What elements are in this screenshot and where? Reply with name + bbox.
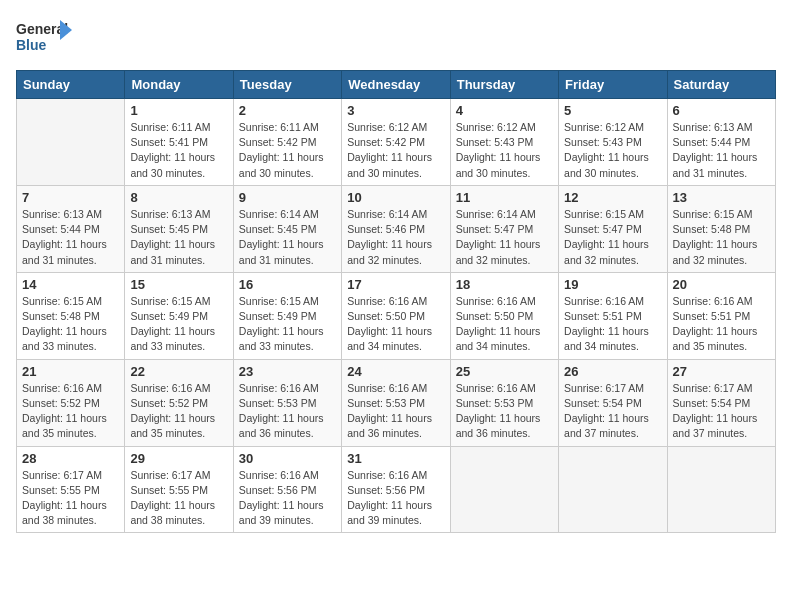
day-detail: Sunrise: 6:17 AM Sunset: 5:55 PM Dayligh…: [130, 468, 227, 529]
day-cell: 30Sunrise: 6:16 AM Sunset: 5:56 PM Dayli…: [233, 446, 341, 533]
day-number: 5: [564, 103, 661, 118]
day-cell: 26Sunrise: 6:17 AM Sunset: 5:54 PM Dayli…: [559, 359, 667, 446]
day-cell: 24Sunrise: 6:16 AM Sunset: 5:53 PM Dayli…: [342, 359, 450, 446]
day-cell: 31Sunrise: 6:16 AM Sunset: 5:56 PM Dayli…: [342, 446, 450, 533]
day-number: 22: [130, 364, 227, 379]
day-cell: 1Sunrise: 6:11 AM Sunset: 5:41 PM Daylig…: [125, 99, 233, 186]
day-detail: Sunrise: 6:17 AM Sunset: 5:54 PM Dayligh…: [564, 381, 661, 442]
day-number: 18: [456, 277, 553, 292]
day-number: 14: [22, 277, 119, 292]
day-cell: 3Sunrise: 6:12 AM Sunset: 5:42 PM Daylig…: [342, 99, 450, 186]
day-cell: 9Sunrise: 6:14 AM Sunset: 5:45 PM Daylig…: [233, 185, 341, 272]
day-number: 15: [130, 277, 227, 292]
day-detail: Sunrise: 6:16 AM Sunset: 5:50 PM Dayligh…: [347, 294, 444, 355]
day-number: 16: [239, 277, 336, 292]
day-cell: 4Sunrise: 6:12 AM Sunset: 5:43 PM Daylig…: [450, 99, 558, 186]
day-cell: [559, 446, 667, 533]
day-cell: 8Sunrise: 6:13 AM Sunset: 5:45 PM Daylig…: [125, 185, 233, 272]
day-number: 20: [673, 277, 770, 292]
day-detail: Sunrise: 6:16 AM Sunset: 5:53 PM Dayligh…: [456, 381, 553, 442]
day-number: 9: [239, 190, 336, 205]
col-header-monday: Monday: [125, 71, 233, 99]
day-number: 26: [564, 364, 661, 379]
day-number: 21: [22, 364, 119, 379]
day-cell: 11Sunrise: 6:14 AM Sunset: 5:47 PM Dayli…: [450, 185, 558, 272]
logo-svg: GeneralBlue: [16, 16, 76, 58]
day-number: 4: [456, 103, 553, 118]
day-detail: Sunrise: 6:15 AM Sunset: 5:49 PM Dayligh…: [239, 294, 336, 355]
col-header-sunday: Sunday: [17, 71, 125, 99]
day-number: 31: [347, 451, 444, 466]
day-detail: Sunrise: 6:17 AM Sunset: 5:55 PM Dayligh…: [22, 468, 119, 529]
day-detail: Sunrise: 6:15 AM Sunset: 5:47 PM Dayligh…: [564, 207, 661, 268]
day-detail: Sunrise: 6:15 AM Sunset: 5:48 PM Dayligh…: [673, 207, 770, 268]
day-detail: Sunrise: 6:14 AM Sunset: 5:46 PM Dayligh…: [347, 207, 444, 268]
day-cell: 16Sunrise: 6:15 AM Sunset: 5:49 PM Dayli…: [233, 272, 341, 359]
day-detail: Sunrise: 6:16 AM Sunset: 5:56 PM Dayligh…: [239, 468, 336, 529]
svg-text:Blue: Blue: [16, 37, 47, 53]
day-number: 1: [130, 103, 227, 118]
day-detail: Sunrise: 6:13 AM Sunset: 5:44 PM Dayligh…: [673, 120, 770, 181]
day-detail: Sunrise: 6:11 AM Sunset: 5:42 PM Dayligh…: [239, 120, 336, 181]
day-cell: 5Sunrise: 6:12 AM Sunset: 5:43 PM Daylig…: [559, 99, 667, 186]
col-header-tuesday: Tuesday: [233, 71, 341, 99]
day-number: 28: [22, 451, 119, 466]
day-detail: Sunrise: 6:12 AM Sunset: 5:43 PM Dayligh…: [564, 120, 661, 181]
day-cell: 19Sunrise: 6:16 AM Sunset: 5:51 PM Dayli…: [559, 272, 667, 359]
day-number: 27: [673, 364, 770, 379]
day-cell: 14Sunrise: 6:15 AM Sunset: 5:48 PM Dayli…: [17, 272, 125, 359]
day-cell: 28Sunrise: 6:17 AM Sunset: 5:55 PM Dayli…: [17, 446, 125, 533]
day-detail: Sunrise: 6:15 AM Sunset: 5:49 PM Dayligh…: [130, 294, 227, 355]
logo: GeneralBlue: [16, 16, 76, 58]
day-detail: Sunrise: 6:17 AM Sunset: 5:54 PM Dayligh…: [673, 381, 770, 442]
day-cell: 15Sunrise: 6:15 AM Sunset: 5:49 PM Dayli…: [125, 272, 233, 359]
col-header-saturday: Saturday: [667, 71, 775, 99]
day-detail: Sunrise: 6:11 AM Sunset: 5:41 PM Dayligh…: [130, 120, 227, 181]
day-cell: 10Sunrise: 6:14 AM Sunset: 5:46 PM Dayli…: [342, 185, 450, 272]
day-detail: Sunrise: 6:12 AM Sunset: 5:43 PM Dayligh…: [456, 120, 553, 181]
col-header-wednesday: Wednesday: [342, 71, 450, 99]
day-number: 19: [564, 277, 661, 292]
day-cell: 2Sunrise: 6:11 AM Sunset: 5:42 PM Daylig…: [233, 99, 341, 186]
page-header: GeneralBlue: [16, 16, 776, 58]
day-number: 6: [673, 103, 770, 118]
week-row-5: 28Sunrise: 6:17 AM Sunset: 5:55 PM Dayli…: [17, 446, 776, 533]
day-number: 25: [456, 364, 553, 379]
day-number: 24: [347, 364, 444, 379]
day-number: 29: [130, 451, 227, 466]
day-cell: 12Sunrise: 6:15 AM Sunset: 5:47 PM Dayli…: [559, 185, 667, 272]
day-cell: 20Sunrise: 6:16 AM Sunset: 5:51 PM Dayli…: [667, 272, 775, 359]
day-cell: 23Sunrise: 6:16 AM Sunset: 5:53 PM Dayli…: [233, 359, 341, 446]
day-detail: Sunrise: 6:12 AM Sunset: 5:42 PM Dayligh…: [347, 120, 444, 181]
day-cell: 25Sunrise: 6:16 AM Sunset: 5:53 PM Dayli…: [450, 359, 558, 446]
day-number: 2: [239, 103, 336, 118]
col-header-thursday: Thursday: [450, 71, 558, 99]
day-cell: 22Sunrise: 6:16 AM Sunset: 5:52 PM Dayli…: [125, 359, 233, 446]
column-headers: SundayMondayTuesdayWednesdayThursdayFrid…: [17, 71, 776, 99]
col-header-friday: Friday: [559, 71, 667, 99]
day-cell: 17Sunrise: 6:16 AM Sunset: 5:50 PM Dayli…: [342, 272, 450, 359]
day-detail: Sunrise: 6:15 AM Sunset: 5:48 PM Dayligh…: [22, 294, 119, 355]
week-row-4: 21Sunrise: 6:16 AM Sunset: 5:52 PM Dayli…: [17, 359, 776, 446]
day-cell: 13Sunrise: 6:15 AM Sunset: 5:48 PM Dayli…: [667, 185, 775, 272]
day-cell: 27Sunrise: 6:17 AM Sunset: 5:54 PM Dayli…: [667, 359, 775, 446]
day-cell: [450, 446, 558, 533]
day-number: 30: [239, 451, 336, 466]
day-cell: 7Sunrise: 6:13 AM Sunset: 5:44 PM Daylig…: [17, 185, 125, 272]
day-number: 7: [22, 190, 119, 205]
day-number: 11: [456, 190, 553, 205]
day-detail: Sunrise: 6:13 AM Sunset: 5:44 PM Dayligh…: [22, 207, 119, 268]
week-row-3: 14Sunrise: 6:15 AM Sunset: 5:48 PM Dayli…: [17, 272, 776, 359]
day-number: 3: [347, 103, 444, 118]
day-cell: 29Sunrise: 6:17 AM Sunset: 5:55 PM Dayli…: [125, 446, 233, 533]
day-number: 8: [130, 190, 227, 205]
calendar-table: SundayMondayTuesdayWednesdayThursdayFrid…: [16, 70, 776, 533]
day-detail: Sunrise: 6:16 AM Sunset: 5:51 PM Dayligh…: [673, 294, 770, 355]
day-detail: Sunrise: 6:13 AM Sunset: 5:45 PM Dayligh…: [130, 207, 227, 268]
day-detail: Sunrise: 6:16 AM Sunset: 5:52 PM Dayligh…: [130, 381, 227, 442]
day-cell: 21Sunrise: 6:16 AM Sunset: 5:52 PM Dayli…: [17, 359, 125, 446]
day-detail: Sunrise: 6:16 AM Sunset: 5:56 PM Dayligh…: [347, 468, 444, 529]
day-cell: [17, 99, 125, 186]
day-detail: Sunrise: 6:16 AM Sunset: 5:51 PM Dayligh…: [564, 294, 661, 355]
day-number: 17: [347, 277, 444, 292]
